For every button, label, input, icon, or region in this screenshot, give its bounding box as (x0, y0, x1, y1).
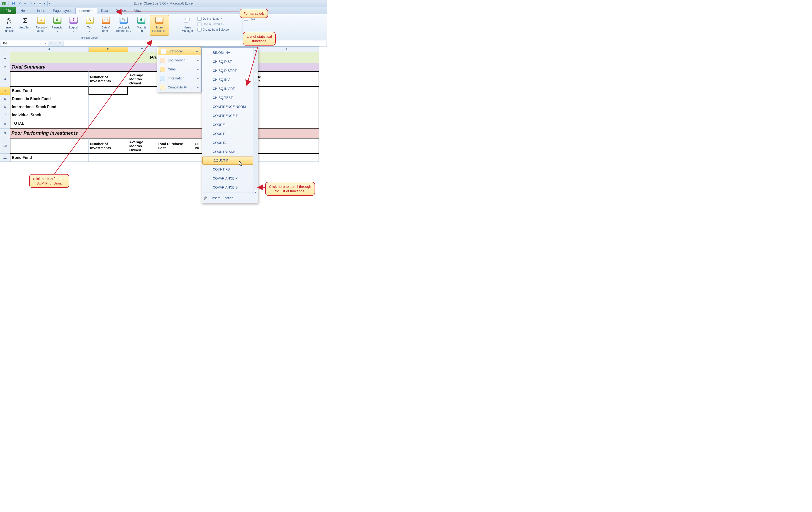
menu-item-engineering[interactable]: Engineering▶ (157, 56, 201, 65)
row-header[interactable]: 8 (0, 119, 10, 128)
select-all-corner[interactable] (0, 47, 10, 52)
cell[interactable] (156, 95, 193, 103)
cell[interactable]: Average Months Owned (128, 71, 156, 87)
row-header[interactable]: 2 (0, 63, 10, 71)
cell[interactable] (128, 87, 156, 95)
cell[interactable] (89, 119, 128, 128)
cell[interactable] (255, 87, 319, 95)
list-item[interactable]: CHISQ.INV (202, 75, 258, 84)
date-time-button[interactable]: 🕓 Date & Time ▾ (98, 15, 113, 36)
tab-view[interactable]: View (130, 7, 145, 14)
cell[interactable]: Poor Performing Investments (10, 128, 319, 138)
cell[interactable] (89, 103, 128, 111)
cell[interactable]: Bond Fund (10, 154, 89, 162)
list-item[interactable]: CONFIDENCE.T (202, 111, 258, 120)
tab-formulas[interactable]: Formulas (76, 8, 97, 14)
tab-review[interactable]: Review (112, 7, 130, 14)
more-functions-button[interactable]: More Functions ▾ (150, 15, 169, 36)
col-header-b[interactable]: B (89, 47, 128, 52)
cell-b4[interactable] (89, 87, 128, 95)
tab-data[interactable]: Data (97, 7, 112, 14)
cell[interactable] (89, 111, 128, 119)
math-trig-button[interactable]: θ Math & Trig ▾ (134, 15, 149, 36)
row-header[interactable]: 7 (0, 111, 10, 119)
cell[interactable]: Be Ye (255, 71, 319, 87)
list-item[interactable]: COUNTIFS (202, 165, 258, 174)
insert-function-menu-item[interactable]: fxInsert Function... (202, 193, 258, 203)
list-item[interactable]: COVARIANCE.P (202, 174, 258, 183)
col-header-c[interactable]: C (128, 47, 156, 52)
cell[interactable] (128, 111, 156, 119)
cell[interactable]: Number of Investments (89, 71, 128, 87)
tab-page-layout[interactable]: Page Layout (49, 7, 76, 14)
cell[interactable] (128, 95, 156, 103)
list-item[interactable]: COVARIANCE.S (202, 183, 258, 192)
lookup-reference-button[interactable]: 🔍 Lookup & Reference ▾ (114, 15, 133, 36)
cell[interactable] (255, 111, 319, 119)
name-manager-button[interactable]: Name Manager (180, 15, 195, 36)
formula-input[interactable] (64, 41, 326, 46)
list-item[interactable]: CHISQ.DIST (202, 57, 258, 66)
row-header[interactable]: 1 (0, 52, 10, 63)
cell[interactable] (255, 138, 319, 154)
cell[interactable] (10, 71, 89, 87)
cell[interactable]: Total Purchase Cost (156, 138, 193, 154)
list-item[interactable]: CHISQ.TEST (202, 93, 258, 102)
text-button[interactable]: A Text▾ (82, 15, 97, 36)
cell[interactable]: Domestic Stock Fund (10, 95, 89, 103)
cell[interactable]: TOTAL (10, 119, 89, 128)
cell[interactable] (255, 119, 319, 128)
autosum-button[interactable]: Σ AutoSum▾ (18, 15, 33, 36)
cell[interactable] (89, 95, 128, 103)
cell[interactable] (156, 154, 193, 162)
row-header[interactable]: 4 (0, 87, 10, 95)
define-name-button[interactable]: Define Name ▾ (196, 16, 231, 21)
file-tab[interactable]: File (0, 7, 17, 14)
cell[interactable] (10, 138, 89, 154)
logical-button[interactable]: ? Logical▾ (66, 15, 81, 36)
list-item[interactable]: BINOM.INV (202, 48, 258, 57)
cell[interactable] (156, 103, 193, 111)
menu-item-compatibility[interactable]: Compatibility▶ (157, 83, 201, 92)
cell[interactable] (255, 95, 319, 103)
use-in-formula-button[interactable]: Use in Formula ▾ (196, 22, 231, 27)
menu-item-statistical[interactable]: Statistical▶ (158, 47, 201, 55)
cell[interactable]: Number of Investments (89, 138, 128, 154)
cell[interactable] (255, 103, 319, 111)
financial-button[interactable]: $ Financial▾ (50, 15, 65, 36)
col-header-a[interactable]: A (10, 47, 89, 52)
list-item[interactable]: COUNT (202, 129, 258, 138)
name-box[interactable]: B4 ▾ (1, 41, 49, 46)
cell[interactable]: Individual Stock (10, 111, 89, 119)
menu-item-information[interactable]: Information▶ (157, 74, 201, 83)
scrollbar[interactable]: ▲ ▼ (253, 48, 258, 194)
tab-home[interactable]: Home (17, 7, 33, 14)
row-header[interactable]: 3 (0, 71, 10, 87)
scroll-thumb[interactable] (254, 73, 257, 85)
row-header[interactable]: 11 (0, 154, 10, 162)
recently-used-button[interactable]: ★ Recently Used ▾ (34, 15, 49, 36)
list-item[interactable]: COUNTA (202, 138, 258, 147)
list-item[interactable]: CHISQ.INV.RT (202, 84, 258, 93)
tab-insert[interactable]: Insert (33, 7, 49, 14)
row-header[interactable]: 10 (0, 138, 10, 154)
scroll-down-icon[interactable]: ▼ (254, 190, 258, 194)
cell[interactable]: Bond Fund (10, 87, 89, 95)
row-header[interactable]: 6 (0, 103, 10, 111)
fx-icon[interactable]: fx (57, 41, 63, 45)
menu-item-cube[interactable]: Cube▶ (157, 65, 201, 74)
cell[interactable] (128, 103, 156, 111)
list-item[interactable]: CORREL (202, 120, 258, 129)
cell[interactable]: International Stock Fund (10, 103, 89, 111)
row-header[interactable]: 9 (0, 128, 10, 138)
create-from-selection-button[interactable]: Create from Selection (196, 27, 231, 32)
list-item[interactable]: COUNTBLANK (202, 147, 258, 156)
list-item[interactable]: CONFIDENCE.NORM (202, 102, 258, 111)
cell[interactable] (255, 154, 319, 162)
name-box-dropdown-icon[interactable]: ▾ (45, 42, 46, 44)
col-header-f[interactable]: F (255, 47, 319, 52)
list-item[interactable]: CHISQ.DIST.RT (202, 66, 258, 75)
scroll-up-icon[interactable]: ▲ (254, 48, 258, 52)
insert-function-button[interactable]: fx Insert Function (1, 15, 17, 36)
cell[interactable] (156, 119, 193, 128)
